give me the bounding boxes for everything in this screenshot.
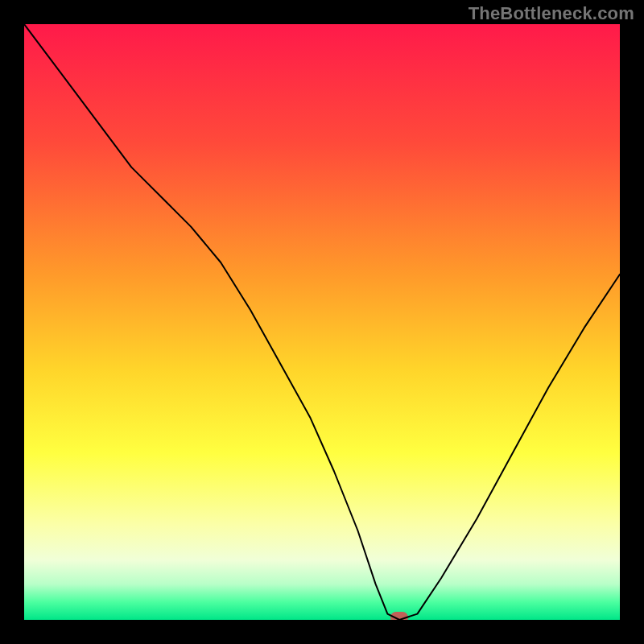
bottleneck-curve: [24, 24, 620, 620]
watermark-text: TheBottleneck.com: [469, 3, 634, 24]
plot-area: [24, 24, 620, 620]
chart-frame: TheBottleneck.com: [0, 0, 644, 644]
